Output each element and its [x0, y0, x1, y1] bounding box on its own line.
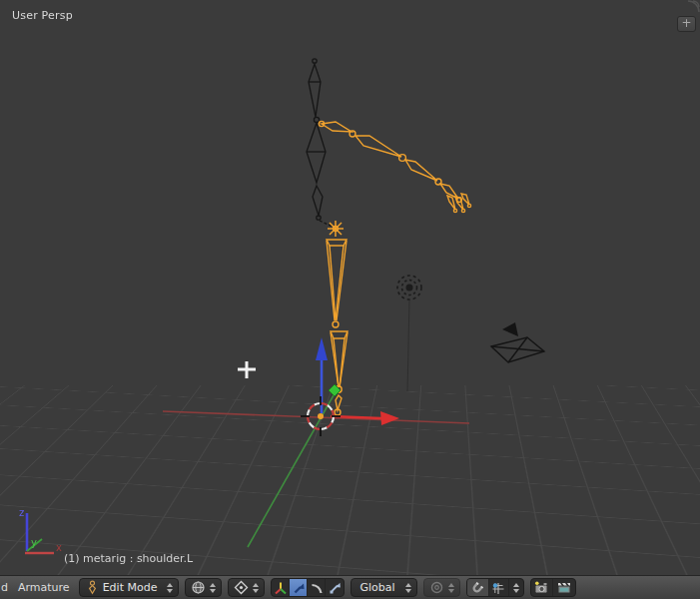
- snap-toggle-button[interactable]: [467, 579, 489, 596]
- proportional-select[interactable]: [423, 578, 460, 597]
- magnet-icon: [470, 581, 484, 595]
- mode-select-spinner[interactable]: [165, 583, 175, 593]
- spin-down-icon: [448, 589, 454, 593]
- snap-increment-icon: [491, 581, 505, 595]
- render-still-icon: [533, 580, 549, 595]
- viewport-shading-icon: [191, 580, 206, 595]
- render-still-button[interactable]: [531, 579, 553, 596]
- spin-up-icon: [253, 583, 259, 587]
- armature-menu[interactable]: Armature: [12, 581, 76, 594]
- properties-expand-button[interactable]: +: [677, 16, 696, 32]
- proportional-editing-icon: [429, 580, 444, 595]
- render-animation-icon: [556, 580, 572, 595]
- scale-arrow-icon: [328, 581, 342, 595]
- corner-widget-icon[interactable]: [688, 1, 699, 12]
- manipulator-z-arrowhead[interactable]: [316, 337, 328, 360]
- spin-up-icon: [167, 583, 173, 587]
- snap-group: [466, 578, 524, 597]
- camera-object[interactable]: [491, 322, 544, 362]
- gizmo-x-label: x: [56, 542, 62, 553]
- translate-arrow-icon: [292, 581, 306, 595]
- axis-tripod-icon: [274, 581, 288, 595]
- spin-up-icon: [210, 583, 216, 587]
- spin-down-icon: [210, 589, 216, 593]
- gizmo-y-label: y: [31, 537, 37, 548]
- manipulator-toggle-button[interactable]: [272, 579, 290, 596]
- snap-target-button[interactable]: [489, 579, 509, 596]
- mini-axis-gizmo: z y x: [19, 507, 62, 553]
- render-animation-button[interactable]: [553, 579, 575, 596]
- selected-joint-star: [328, 221, 344, 237]
- translate-manipulator[interactable]: [316, 337, 399, 425]
- orientation-select[interactable]: Global: [350, 578, 416, 597]
- shading-select[interactable]: [185, 578, 222, 597]
- manipulator-x-arrowhead[interactable]: [380, 411, 399, 425]
- spin-up-icon: [448, 583, 454, 587]
- spin-down-icon: [513, 589, 519, 593]
- spin-up-icon: [405, 583, 411, 587]
- grid-x-axis: [163, 411, 469, 423]
- orientation-select-value: Global: [356, 581, 400, 594]
- rotate-manipulator-button[interactable]: [308, 579, 326, 596]
- view3d-header: d Armature Edit Mode: [0, 575, 700, 599]
- spin-down-icon: [167, 589, 173, 593]
- mode-select-value: Edit Mode: [100, 581, 164, 594]
- 3d-viewport[interactable]: z y x User Persp (1) metarig : shoulder.…: [0, 0, 700, 575]
- spin-down-icon: [405, 589, 411, 593]
- shading-select-spinner[interactable]: [208, 583, 218, 593]
- armature-unselected-bones[interactable]: [307, 59, 333, 227]
- pivot-select[interactable]: [228, 578, 265, 597]
- translate-manipulator-button[interactable]: [290, 579, 308, 596]
- mode-select[interactable]: Edit Mode: [79, 578, 180, 597]
- proportional-select-spinner[interactable]: [446, 583, 456, 593]
- pivot-point-icon: [234, 580, 249, 595]
- active-bone-info-label: (1) metarig : shoulder.L: [64, 552, 193, 565]
- spin-down-icon: [253, 589, 259, 593]
- scale-manipulator-button[interactable]: [326, 579, 344, 596]
- mouse-cursor-crosshair: [238, 361, 256, 378]
- rotate-arc-icon: [310, 581, 324, 595]
- scene-overlay: z y x: [0, 0, 700, 575]
- lamp-object[interactable]: [397, 276, 421, 391]
- render-button-group: [530, 578, 576, 597]
- armature-icon: [85, 580, 100, 595]
- manipulator-button-group: [271, 578, 345, 597]
- view-name-label: User Persp: [12, 9, 73, 22]
- spin-up-icon: [513, 583, 519, 587]
- clipped-menu-label[interactable]: d: [0, 581, 12, 594]
- pivot-select-spinner[interactable]: [251, 583, 261, 593]
- snap-select-spinner[interactable]: [511, 579, 521, 596]
- armature-selected-bones[interactable]: [318, 121, 471, 419]
- blender-window: z y x User Persp (1) metarig : shoulder.…: [0, 0, 700, 599]
- gizmo-z-label: z: [19, 507, 24, 518]
- orientation-select-spinner[interactable]: [403, 583, 413, 593]
